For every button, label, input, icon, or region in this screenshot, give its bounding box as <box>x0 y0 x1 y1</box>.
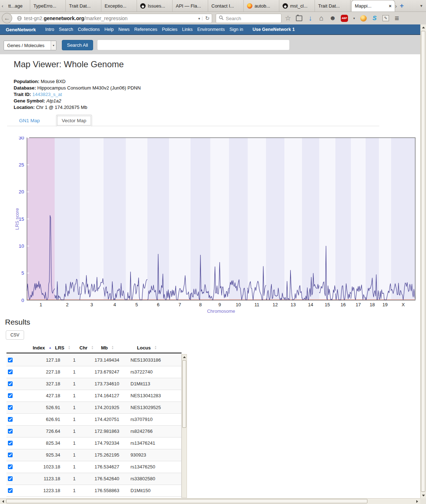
row-checkbox[interactable] <box>8 453 13 457</box>
nav-item-references[interactable]: References <box>134 27 157 32</box>
svg-text:9: 9 <box>218 302 221 307</box>
tab-list-caret-icon[interactable]: ▾ <box>420 0 426 12</box>
browser-tab[interactable]: API — Fla... <box>173 0 208 12</box>
row-checkbox[interactable] <box>8 441 13 445</box>
home-icon[interactable]: ⌂ <box>318 14 325 22</box>
chevron-down-icon[interactable]: ▼ <box>51 41 56 50</box>
close-tab-icon[interactable]: × <box>389 3 391 9</box>
row-checkbox[interactable] <box>8 358 13 362</box>
adblock-plus-icon[interactable]: ABP <box>341 15 348 22</box>
page-scroll-down-button[interactable] <box>421 492 426 498</box>
cell-chr: 1 <box>73 485 95 496</box>
csv-export-button[interactable]: CSV <box>6 330 24 340</box>
cell-lrs: 23.18 <box>49 461 73 473</box>
row-checkbox[interactable] <box>8 464 13 469</box>
browser-tab[interactable]: Contact I... <box>208 0 244 12</box>
cell-mb: 174.164127 <box>95 390 130 402</box>
menu-icon[interactable]: ≡ <box>394 14 400 23</box>
table-scrollbar-thumb[interactable] <box>182 360 186 428</box>
download-icon[interactable]: ↓ <box>307 14 313 22</box>
browser-tab[interactable]: autob... <box>244 0 279 12</box>
feedback-smiley-icon[interactable]: ☻ <box>329 14 336 22</box>
column-header-lrs[interactable]: LRS▲▼ <box>49 345 73 350</box>
tab-label: Trait Dat... <box>318 3 340 9</box>
table-scrollbar[interactable] <box>182 354 187 498</box>
row-checkbox[interactable] <box>8 429 13 434</box>
browser-toolbar: ← test-gn2.genenetwork.org/marker_regres… <box>0 12 426 24</box>
trait-id-link[interactable]: 1443823_s_at <box>32 92 62 97</box>
column-label: LRS <box>55 345 64 350</box>
nav-item-search[interactable]: Search <box>59 27 73 32</box>
column-header-index[interactable]: Index▲ <box>26 345 49 350</box>
tab-label: autob... <box>255 3 270 9</box>
page-scroll-right-button[interactable] <box>414 499 420 504</box>
site-search-input[interactable] <box>97 40 290 50</box>
use-genenetwork1-link[interactable]: Use GeneNetwork 1 <box>252 27 294 32</box>
svg-text:10: 10 <box>19 243 24 249</box>
search-category-select[interactable]: Genes / Molecules ▼ <box>4 41 56 50</box>
cell-chr: 1 <box>73 473 95 485</box>
skype-icon[interactable]: S <box>371 15 378 22</box>
scrapbook-edit-icon[interactable]: ✎ <box>383 15 389 21</box>
page-vertical-scrollbar[interactable] <box>420 24 426 498</box>
browser-tab[interactable]: Trait Dat... <box>66 0 101 12</box>
bookmark-star-icon[interactable]: ☆ <box>285 14 291 22</box>
site-brand[interactable]: GeneNetwork <box>6 27 36 32</box>
row-checkbox[interactable] <box>8 381 13 386</box>
url-bar[interactable]: test-gn2.genenetwork.org/marker_regressi… <box>9 14 212 23</box>
table-scroll-up-button[interactable] <box>182 354 187 360</box>
tab-vector-map[interactable]: Vector Map <box>56 115 92 127</box>
row-checkbox[interactable] <box>8 370 13 374</box>
nav-item-sign-in[interactable]: Sign in <box>229 27 243 32</box>
nav-item-news[interactable]: News <box>118 27 129 32</box>
search-all-button[interactable]: Search All <box>62 40 93 50</box>
table-row: 825.341174.792334rs13476241 <box>6 437 182 449</box>
row-checkbox[interactable] <box>8 393 13 398</box>
browser-tab[interactable]: TypeErro... <box>30 0 66 12</box>
tab-label: Mappi... <box>355 3 371 9</box>
back-button[interactable]: ← <box>2 13 12 23</box>
page-scroll-left-button[interactable] <box>0 499 6 504</box>
adblock-caret-icon[interactable]: ▾ <box>353 17 356 20</box>
tab-scroll-left-icon[interactable]: ‹ <box>0 0 5 12</box>
tab-gn1-map[interactable]: GN1 Map <box>14 115 45 126</box>
nav-item-intro[interactable]: Intro <box>45 27 54 32</box>
nav-item-collections[interactable]: Collections <box>78 27 100 32</box>
cell-locus: NES13033186 <box>130 354 182 366</box>
cell-locus: rs13476250 <box>130 461 182 473</box>
cell-index: 3 <box>26 378 49 390</box>
browser-tab[interactable]: tt...age <box>5 0 30 12</box>
page-vertical-scrollbar-thumb[interactable] <box>421 31 425 492</box>
row-checkbox[interactable] <box>8 476 13 481</box>
browser-tab-active[interactable]: Mappi...× <box>351 0 395 12</box>
browser-tab[interactable]: mst_cl... <box>279 0 315 12</box>
browser-tab[interactable]: Issues... <box>137 0 173 12</box>
column-header-mb[interactable]: Mb▲▼ <box>95 345 130 350</box>
genome-scan-chart: 0510152025301234567891011121314151617181… <box>0 137 426 315</box>
cell-lrs: 26.91 <box>49 413 73 425</box>
nav-item-policies[interactable]: Policies <box>162 27 178 32</box>
row-checkbox[interactable] <box>8 405 13 410</box>
addon-orange-icon[interactable] <box>360 15 367 22</box>
clipboard-icon[interactable] <box>296 15 302 21</box>
reload-icon[interactable]: ↻ <box>202 15 210 22</box>
new-tab-button[interactable]: + <box>397 0 407 12</box>
table-row: 1023.181176.534627rs13476250 <box>6 461 182 473</box>
column-header-chr[interactable]: Chr▲▼ <box>73 345 95 350</box>
url-dropdown-icon[interactable]: ▾ <box>196 17 202 20</box>
page-horizontal-scrollbar-thumb[interactable] <box>6 499 367 503</box>
browser-tab[interactable]: Exceptio... <box>101 0 137 12</box>
toolbar-icons: ☆↓⌂☻ABP▾S✎≡ <box>285 12 400 24</box>
page-horizontal-scrollbar[interactable] <box>0 498 420 504</box>
browser-search-box[interactable]: Search <box>216 14 281 23</box>
row-checkbox[interactable] <box>8 417 13 422</box>
nav-item-environments[interactable]: Environments <box>197 27 225 32</box>
browser-tab[interactable]: Trait Dat... <box>315 0 351 12</box>
nav-item-links[interactable]: Links <box>182 27 193 32</box>
meta-trait-id: Trait ID: 1443823_s_at <box>14 91 141 98</box>
row-checkbox[interactable] <box>8 488 13 493</box>
nav-item-help[interactable]: Help <box>105 27 114 32</box>
cell-chr: 1 <box>73 413 95 425</box>
page-scroll-up-button[interactable] <box>421 24 426 30</box>
column-header-locus[interactable]: Locus▲▼ <box>130 345 182 350</box>
